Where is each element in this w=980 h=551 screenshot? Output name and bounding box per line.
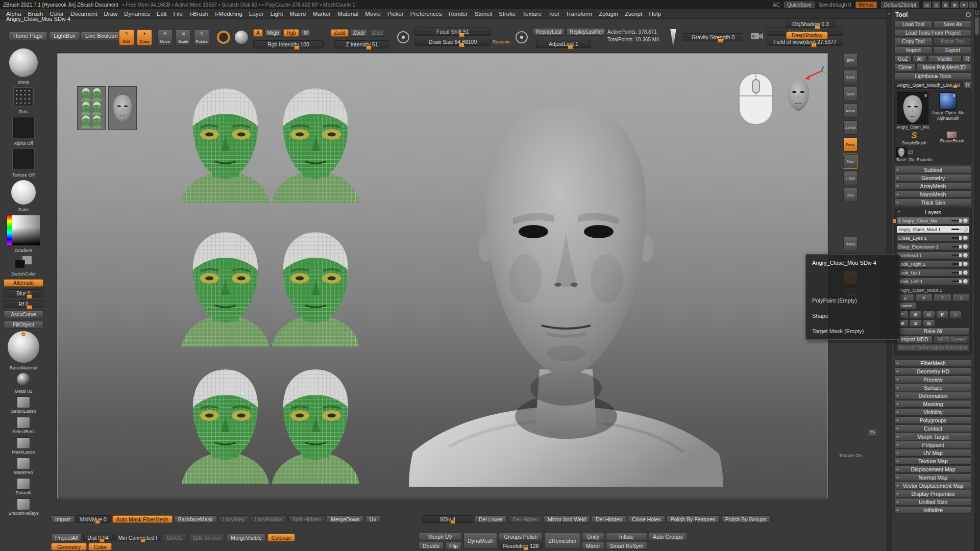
quick-brush-item[interactable]: SelectLasso xyxy=(11,396,36,414)
dynamesh-button[interactable]: DynaMesh xyxy=(463,533,497,549)
bottom-button[interactable]: Import xyxy=(51,515,75,523)
layer-arrow-button[interactable]: ▼ xyxy=(915,294,933,302)
alpha-a-button[interactable]: A xyxy=(253,29,263,37)
blur-slider[interactable]: Blur 0 xyxy=(4,289,43,297)
bottom-button[interactable]: MergeDown xyxy=(327,515,364,523)
tool-section-button[interactable]: Deformation xyxy=(894,392,972,399)
layer-visibility-icon[interactable] xyxy=(963,262,968,266)
wireframe-heads-thumbnail[interactable] xyxy=(77,86,106,130)
see-through-slider[interactable]: See-through 0 xyxy=(819,2,851,8)
layer-intensity-slider[interactable] xyxy=(951,237,962,239)
layer-mini-button[interactable]: ▨ xyxy=(923,319,935,327)
unify-button[interactable]: Unify xyxy=(582,533,604,540)
bottom-button[interactable]: MergeVisible xyxy=(227,534,266,541)
menus-button[interactable]: Menus xyxy=(855,2,877,8)
tool-section-button[interactable]: Polygroups xyxy=(894,416,972,424)
obj-shadow-slider[interactable]: ObjShadow 0.3 xyxy=(786,20,835,28)
right-shelf-button[interactable]: Transp xyxy=(843,237,857,251)
basic-material-thumbnail[interactable] xyxy=(8,331,39,363)
lightbox-tools-button[interactable]: Lightbox►Tools xyxy=(894,72,972,80)
clone-button[interactable]: Clone xyxy=(894,64,916,71)
rotate-button[interactable]: ↻Rotate xyxy=(194,30,209,45)
accucurve-button[interactable]: AccuCurve xyxy=(4,311,43,318)
quick-brush-item[interactable]: MaskPen xyxy=(14,458,33,475)
layer-intensity-slider[interactable] xyxy=(951,246,962,247)
bottom-button[interactable]: Min Connected f xyxy=(114,534,161,541)
goz-button[interactable]: GoZ xyxy=(894,55,912,63)
base-tool-thumbnail[interactable] xyxy=(896,147,906,157)
palette-gear-icon[interactable] xyxy=(966,12,971,17)
layer-row[interactable]: Look_Up 1 xyxy=(896,269,970,277)
tool-section-button[interactable]: Initialize xyxy=(894,506,972,514)
tool-section-button[interactable]: Masking xyxy=(894,400,972,408)
bake-all-button[interactable]: Bake All xyxy=(896,328,970,335)
metal-material-thumbnail[interactable] xyxy=(17,373,30,386)
tool-section-button[interactable]: Contact xyxy=(894,424,972,432)
load-tools-from-project-button[interactable]: Load Tools From Project xyxy=(894,29,972,37)
tool-section-button[interactable]: Morph Target xyxy=(894,433,972,440)
document-canvas[interactable] xyxy=(57,53,828,498)
collapse-icon[interactable]: « xyxy=(888,11,890,16)
double-button[interactable]: Double xyxy=(419,542,444,549)
save-as-button[interactable]: Save As xyxy=(934,20,972,28)
tool-section-button[interactable]: Thick Skin xyxy=(894,198,972,206)
bottom-button[interactable]: Colorize xyxy=(267,534,296,541)
zadd-button[interactable]: Zadd xyxy=(331,29,349,37)
menu-item[interactable]: Preferences xyxy=(407,10,445,17)
smart-resym-button[interactable]: Smart ReSym xyxy=(606,542,647,549)
draw-button[interactable]: ●Draw xyxy=(137,30,152,45)
layer-intensity-slider[interactable] xyxy=(951,255,962,256)
layer-visibility-icon[interactable] xyxy=(963,236,968,240)
alternate-button[interactable]: Alternate xyxy=(4,279,43,287)
saturation-value-square[interactable] xyxy=(12,215,40,245)
rgb-intensity-slider[interactable]: Rgb Intensity 100 xyxy=(253,40,324,48)
menu-item[interactable]: Picker xyxy=(384,10,407,17)
bottom-button[interactable]: Auto Mask FiberMesh xyxy=(112,515,173,523)
bottom-button[interactable]: Dist 0.04 xyxy=(83,534,112,541)
tool-section-button[interactable]: Displacement Map xyxy=(894,465,972,473)
tool-section-button[interactable]: Subtool xyxy=(894,166,972,173)
layer-intensity-slider[interactable] xyxy=(951,281,962,282)
right-shelf-button[interactable]: Zoom xyxy=(843,87,857,101)
gray-head-thumbnail[interactable] xyxy=(108,86,137,130)
layer-row[interactable]: Wink_Left 1 xyxy=(896,278,970,285)
layer-row[interactable]: Close_Eyes 1 xyxy=(896,234,970,242)
simplebrush-icon[interactable]: S xyxy=(911,131,917,140)
layer-mini-button[interactable]: ▤ xyxy=(923,311,935,318)
right-shelf-button[interactable]: Persp xyxy=(843,137,857,152)
panel-scrollbar[interactable] xyxy=(974,9,980,551)
layer-mini-button[interactable]: ▥ xyxy=(910,319,922,327)
goz-r-button[interactable]: R xyxy=(963,55,972,63)
copy-tool-button[interactable]: Copy Tool xyxy=(894,38,933,45)
hue-strip[interactable] xyxy=(7,215,12,245)
m-button[interactable]: M xyxy=(301,29,311,37)
menu-item[interactable]: Material xyxy=(334,10,361,17)
menu-item[interactable]: Dynamics xyxy=(121,10,153,17)
record-deformation-button[interactable]: Record Deformation Animation xyxy=(896,344,970,352)
goz-all-button[interactable]: All xyxy=(913,55,927,63)
color-tab-button[interactable]: Color xyxy=(88,543,112,550)
bottom-button[interactable]: Del Lower xyxy=(475,515,507,523)
replay-last-button[interactable]: ReplayLast xyxy=(533,28,565,36)
titlebar-window-icon[interactable]: ▦ xyxy=(942,2,949,8)
tool-section-button[interactable]: Visibility xyxy=(894,408,972,416)
material-sphere-icon[interactable] xyxy=(235,31,248,44)
layer-row[interactable]: 1 Angry_Close_Mo xyxy=(896,217,970,224)
scale-button[interactable]: ⇲Scale xyxy=(176,30,191,45)
stroke-type-icon[interactable] xyxy=(13,87,34,107)
layer-intensity-slider[interactable] xyxy=(951,229,962,230)
tool-section-button[interactable]: ArrayMesh xyxy=(894,182,972,190)
bottom-button[interactable]: Split Hidden xyxy=(288,515,326,523)
tool-section-button[interactable]: Surface xyxy=(894,384,972,391)
right-shelf-button[interactable]: AAHalf xyxy=(843,120,857,135)
morph-uv-button[interactable]: Morph UV xyxy=(419,533,462,540)
quick-brush-item[interactable]: Smooth xyxy=(15,478,31,495)
groups-polish-button[interactable]: Groups Polish xyxy=(499,533,543,540)
tool-section-button[interactable]: Vector Displacement Map xyxy=(894,482,972,489)
tool-section-button[interactable]: UV Map xyxy=(894,449,972,457)
titlebar-window-icon[interactable]: ▥ xyxy=(933,2,940,8)
eraserbrush-icon[interactable] xyxy=(947,131,957,138)
layer-visibility-icon[interactable] xyxy=(963,244,968,249)
goz-visible-button[interactable]: Visible xyxy=(928,55,962,63)
quick-brush-item[interactable]: SelectRect xyxy=(12,417,35,434)
